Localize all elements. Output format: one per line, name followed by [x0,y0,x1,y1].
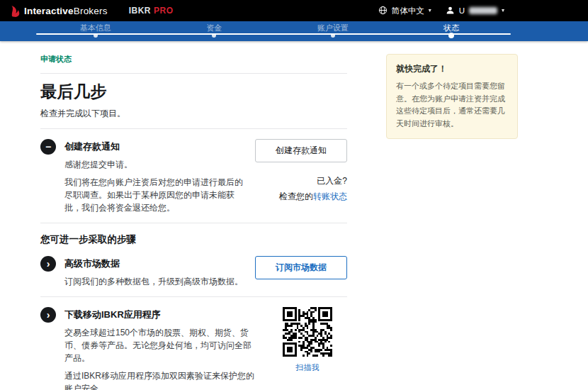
application-status-label: 申请状态 [40,54,347,65]
step-basic-info[interactable]: 基本信息 [36,21,155,41]
top-header: InteractiveBrokers IBKRPRO 简体中文 ▾ U ▾ [0,0,588,21]
globe-icon [378,6,388,16]
divider [40,128,347,129]
step-account-settings[interactable]: 账户设置 [273,21,392,41]
qr-code [268,307,347,357]
deposit-item-title: 创建存款通知 [64,140,247,153]
step-dot [212,33,216,38]
user-name-redacted [469,7,497,14]
collapse-icon[interactable]: − [40,139,56,155]
mobile-app-description-2: 通过IBKR移动应用程序添加双因素验证来保护您的账户安全。 [64,369,259,390]
deposit-text-1: 感谢您提交申请。 [64,158,247,171]
notice-title: 就快完成了！ [396,63,508,75]
language-selector[interactable]: 简体中文 ▾ [378,6,431,16]
product-label: IBKRPRO [129,6,174,16]
user-menu[interactable]: U ▾ [446,6,504,16]
funded-question: 已入金? [255,175,347,187]
person-icon [446,6,455,16]
brand-name: InteractiveBrokers [24,6,108,16]
chevron-down-icon: ▾ [429,8,431,13]
market-data-item: › 高级市场数据 订阅我们的多种数据包，升级到高级市场数据。 订阅市场数据 [40,256,347,288]
divider [40,73,347,74]
progress-nav: 基本信息 资金 账户设置 状态 [0,21,588,41]
step-funding[interactable]: 资金 [155,21,274,41]
deposit-text-2: 我们将在您向账户注资后对您的申请进行最后的尽职调查。如果出于某种原因您的申请未能… [64,176,247,214]
chevron-right-icon: › [40,307,56,323]
transfer-status-link[interactable]: 转账状态 [313,191,347,201]
chevron-down-icon: ▾ [502,8,504,13]
page-title: 最后几步 [40,81,347,103]
deposit-notification-item: − 创建存款通知 感谢您提交申请。 我们将在您向账户注资后对您的申请进行最后的尽… [40,139,347,214]
step-dot [94,33,98,38]
market-data-description: 订阅我们的多种数据包，升级到高级市场数据。 [64,275,247,288]
page-subtitle: 检查并完成以下项目。 [40,108,347,120]
sidebar: 就快完成了！ 有一个或多个待定项目需要您留意。在您为账户申请注资并完成这些待定项… [386,54,518,139]
step-dot [331,33,335,38]
market-data-title: 高级市场数据 [64,257,247,270]
brand: InteractiveBrokers [10,5,108,17]
ibkr-flame-logo-icon [10,5,21,17]
step-status[interactable]: 状态 [392,21,511,41]
check-transfer-status: 检查您的转账状态 [255,191,347,203]
notice-body: 有一个或多个待定项目需要您留意。在您为账户申请注资并完成这些待定项目后，通常还需… [396,80,508,130]
mobile-app-item: › 下载移动IBKR应用程序 交易全球超过150个市场的股票、期权、期货、货币、… [40,307,347,390]
mobile-app-description-1: 交易全球超过150个市场的股票、期权、期货、货币、债券等产品。无论您身处何地，均… [64,326,259,364]
divider [40,296,347,297]
subscribe-market-data-button[interactable]: 订阅市场数据 [255,256,347,279]
divider [40,223,347,223]
mobile-app-title: 下载移动IBKR应用程序 [64,308,259,321]
chevron-right-icon: › [40,256,56,272]
create-deposit-notification-button[interactable]: 创建存款通知 [255,139,347,162]
almost-done-notice: 就快完成了！ 有一个或多个待定项目需要您留意。在您为账户申请注资并完成这些待定项… [386,54,518,139]
scan-me-link[interactable]: 扫描我 [296,362,320,373]
step-dot [448,33,454,38]
language-label: 简体中文 [392,6,424,16]
user-initial: U [459,6,465,15]
progress-line [36,33,511,35]
next-steps-heading: 您可进一步采取的步骤 [40,233,347,246]
